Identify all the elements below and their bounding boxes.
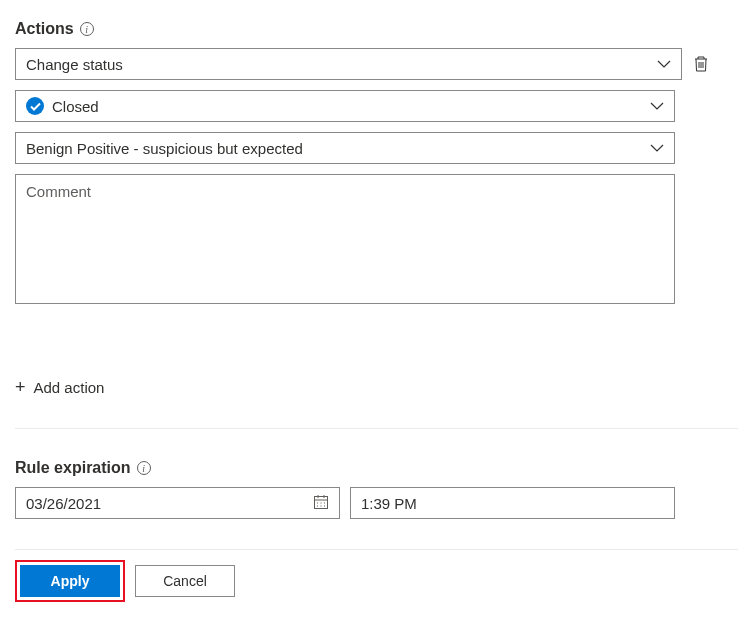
status-value-text: Closed xyxy=(52,98,99,115)
classification-dropdown[interactable]: Benign Positive - suspicious but expecte… xyxy=(15,132,675,164)
chevron-down-icon xyxy=(650,141,664,155)
change-status-dropdown[interactable]: Change status xyxy=(15,48,682,80)
add-action-button[interactable]: + Add action xyxy=(15,377,104,398)
calendar-icon xyxy=(313,494,329,513)
time-input[interactable]: 1:39 PM xyxy=(350,487,675,519)
rule-expiration-text: Rule expiration xyxy=(15,459,131,477)
date-input[interactable]: 03/26/2021 xyxy=(15,487,340,519)
cancel-button[interactable]: Cancel xyxy=(135,565,235,597)
chevron-down-icon xyxy=(650,99,664,113)
info-icon[interactable]: i xyxy=(80,22,94,36)
divider xyxy=(15,428,738,429)
time-value: 1:39 PM xyxy=(361,495,417,512)
actions-label: Actions i xyxy=(15,20,738,38)
add-action-label: Add action xyxy=(34,379,105,396)
status-value-dropdown[interactable]: Closed xyxy=(15,90,675,122)
apply-highlight: Apply xyxy=(15,560,125,602)
plus-icon: + xyxy=(15,377,26,398)
button-row: Apply Cancel xyxy=(15,549,738,602)
info-icon[interactable]: i xyxy=(137,461,151,475)
comment-input[interactable] xyxy=(15,174,675,304)
delete-icon[interactable] xyxy=(692,55,710,73)
apply-button[interactable]: Apply xyxy=(20,565,120,597)
check-circle-icon xyxy=(26,97,44,115)
date-value: 03/26/2021 xyxy=(26,495,101,512)
chevron-down-icon xyxy=(657,57,671,71)
change-status-label: Change status xyxy=(26,56,123,73)
actions-label-text: Actions xyxy=(15,20,74,38)
classification-text: Benign Positive - suspicious but expecte… xyxy=(26,140,303,157)
rule-expiration-label: Rule expiration i xyxy=(15,459,738,477)
